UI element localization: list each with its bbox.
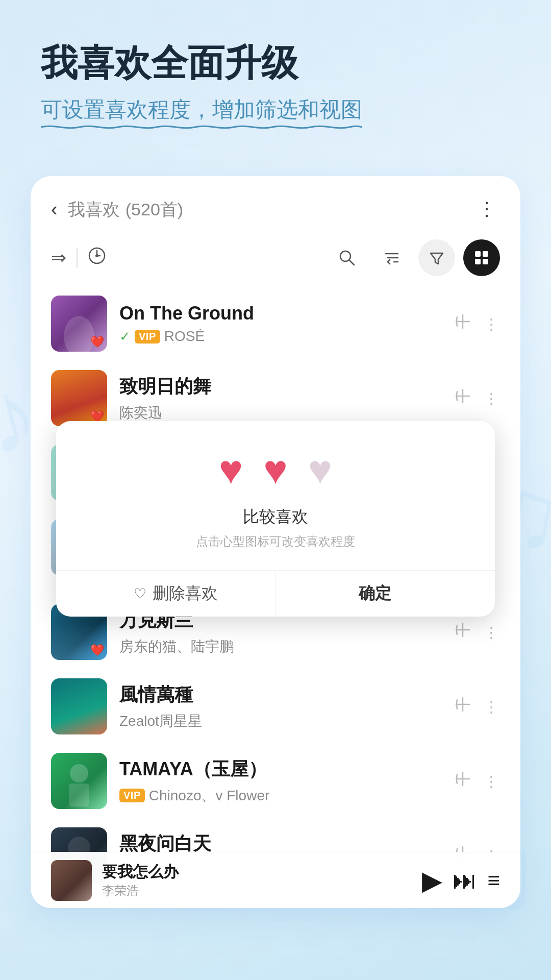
page-subtitle: 可设置喜欢程度，增加筛选和视图 [41, 95, 362, 125]
heart-badge: ❤️ [90, 644, 104, 657]
player-song-title: 要我怎么办 [102, 862, 412, 883]
svg-rect-9 [475, 251, 481, 257]
player-info: 要我怎么办 李荣浩 [102, 862, 412, 899]
song-info: 風情萬種 Zealot周星星 [119, 682, 442, 731]
next-button[interactable]: ⏭ [453, 866, 477, 894]
song-list-continued: ❤️ 万克斯兰 房东的猫、陆宇鹏 ⋮ [31, 595, 520, 893]
main-card: ‹ 我喜欢 (520首) ⋮ ⇒ [31, 176, 520, 908]
heart-hint-text: 点击心型图标可改变喜欢程度 [77, 533, 474, 550]
song-artist: 陈奕迅 [119, 403, 442, 423]
delete-label: 删除喜欢 [153, 582, 218, 605]
page-title: 我喜欢全面升级 [41, 41, 510, 85]
more-options-button[interactable]: ⋮ [484, 698, 500, 716]
add-to-playlist-button[interactable] [454, 313, 471, 334]
playlist-button[interactable]: ≡ [487, 868, 500, 893]
more-options-button[interactable]: ⋮ [484, 623, 500, 641]
song-title: On The Ground [119, 303, 442, 324]
song-title: 風情萬種 [119, 682, 442, 707]
song-actions: ⋮ [454, 387, 500, 409]
verified-icon: ✓ [119, 329, 131, 345]
toolbar-right [329, 239, 500, 276]
player-controls: ▶ ⏭ ≡ [422, 865, 500, 896]
song-artist: VIP Chinozo、v Flower [119, 786, 442, 805]
song-thumbnail [51, 753, 107, 809]
delete-favorite-button[interactable]: ♡ 删除喜欢 [77, 571, 276, 617]
heart-row: ♥ ♥ ♥ [77, 447, 474, 494]
add-to-playlist-button[interactable] [454, 621, 471, 643]
card-title: 我喜欢 (520首) [68, 197, 473, 222]
popup-actions: ♡ 删除喜欢 确定 [77, 571, 474, 617]
toolbar-divider [77, 248, 78, 268]
song-item[interactable]: ❤️ On The Ground ✓ VIP ROSÉ ⋮ [31, 286, 520, 361]
song-item[interactable]: TAMAYA（玉屋） VIP Chinozo、v Flower ⋮ [31, 744, 520, 818]
more-options-button[interactable]: ⋮ [484, 315, 500, 333]
heart-outline-icon: ♡ [134, 585, 146, 602]
song-thumbnail: ❤️ [51, 296, 107, 352]
bottom-player-bar: 要我怎么办 李荣浩 ▶ ⏭ ≡ [31, 852, 520, 908]
svg-line-5 [349, 260, 354, 265]
sort-button[interactable] [373, 239, 410, 276]
player-artist: 李荣浩 [102, 883, 412, 899]
song-info: TAMAYA（玉屋） VIP Chinozo、v Flower [119, 757, 442, 805]
toolbar: ⇒ [31, 234, 520, 286]
song-info: 致明日的舞 陈奕迅 [119, 374, 442, 423]
search-button[interactable] [329, 239, 365, 276]
song-actions: ⋮ [454, 313, 500, 334]
header-section: 我喜欢全面升级 可设置喜欢程度，增加筛选和视图 [0, 0, 551, 145]
add-to-playlist-button[interactable] [454, 770, 471, 792]
song-title: 致明日的舞 [119, 374, 442, 399]
more-options-button[interactable]: ⋮ [484, 389, 500, 407]
filter-button[interactable] [418, 239, 455, 276]
vip-badge: VIP [119, 789, 145, 802]
add-to-playlist-button[interactable] [454, 696, 471, 717]
heart-badge: ❤️ [90, 335, 104, 349]
vip-badge: VIP [135, 330, 160, 344]
add-to-playlist-button[interactable] [454, 387, 471, 409]
history-button[interactable] [88, 247, 106, 270]
card-header: ‹ 我喜欢 (520首) ⋮ [31, 176, 520, 234]
wavy-underline [41, 123, 362, 129]
confirm-button[interactable]: 确定 [276, 571, 475, 617]
svg-point-13 [64, 316, 94, 352]
play-button[interactable]: ▶ [422, 865, 442, 896]
play-all-button[interactable]: ⇒ [51, 247, 66, 268]
toolbar-left: ⇒ [51, 247, 318, 270]
heart-2-button[interactable]: ♥ [263, 447, 288, 494]
more-options-button[interactable]: ⋮ [484, 772, 500, 790]
grid-view-button[interactable] [463, 239, 500, 276]
song-artist: ✓ VIP ROSÉ [119, 328, 442, 345]
svg-rect-12 [483, 259, 488, 264]
card-count: (520首) [126, 200, 183, 219]
svg-rect-16 [69, 783, 89, 806]
player-thumbnail [51, 860, 92, 901]
heart-rating-popup: ♥ ♥ ♥ 比较喜欢 点击心型图标可改变喜欢程度 ♡ 删除喜欢 确定 [56, 421, 495, 617]
heart-1-button[interactable]: ♥ [219, 447, 243, 494]
back-button[interactable]: ‹ [51, 200, 58, 219]
song-artist: Zealot周星星 [119, 712, 442, 731]
song-item[interactable]: 風情萬種 Zealot周星星 ⋮ [31, 669, 520, 744]
svg-rect-10 [483, 251, 488, 257]
song-title: TAMAYA（玉屋） [119, 757, 442, 782]
svg-point-15 [70, 764, 88, 782]
more-menu-button[interactable]: ⋮ [473, 194, 500, 224]
song-artist: 房东的猫、陆宇鹏 [119, 637, 442, 656]
svg-point-4 [340, 251, 350, 261]
heart-3-button[interactable]: ♥ [308, 447, 333, 494]
svg-rect-11 [475, 259, 481, 264]
song-info: On The Ground ✓ VIP ROSÉ [119, 303, 442, 345]
song-thumbnail [51, 678, 107, 734]
song-thumbnail: ❤️ [51, 370, 107, 426]
song-actions: ⋮ [454, 621, 500, 643]
song-actions: ⋮ [454, 770, 500, 792]
heart-level-label: 比较喜欢 [77, 506, 474, 528]
song-actions: ⋮ [454, 696, 500, 717]
